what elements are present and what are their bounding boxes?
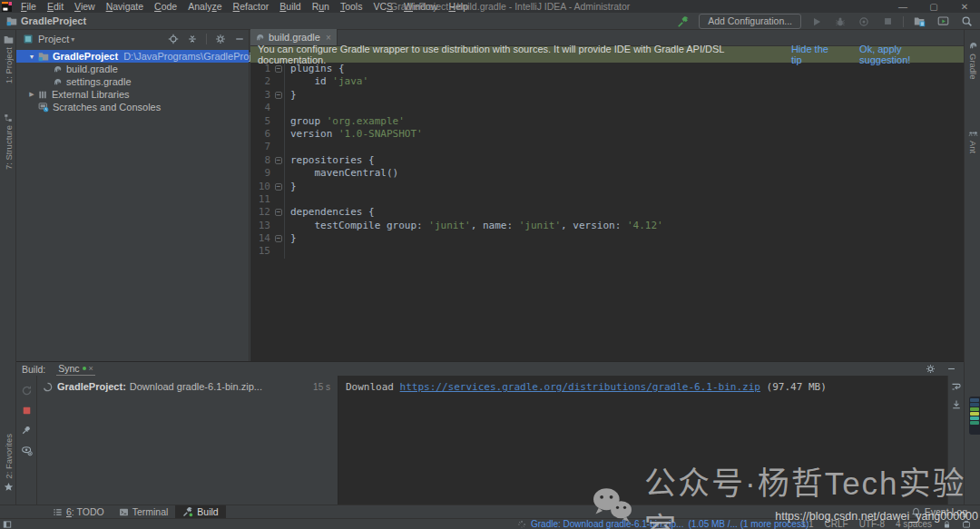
tool-window-toggle-icon[interactable] <box>0 520 12 529</box>
code-line[interactable]: 12−dependencies { <box>250 206 964 219</box>
apply-suggestion-link[interactable]: Ok, apply suggestion! <box>859 44 955 65</box>
menu-file[interactable]: File <box>15 0 42 13</box>
task-duration: 15 s <box>313 382 330 392</box>
fold-marker-icon[interactable]: − <box>274 154 285 167</box>
menu-code[interactable]: Code <box>149 0 182 13</box>
code-line[interactable]: 13 testCompile group: 'junit', name: 'ju… <box>250 220 964 232</box>
run-window-icon[interactable] <box>935 15 951 29</box>
code-line[interactable]: 8−repositories { <box>250 154 964 167</box>
stop-process-icon[interactable] <box>22 406 32 416</box>
breadcrumb[interactable]: GradleProject <box>6 15 86 26</box>
menu-refactor[interactable]: Refactor <box>228 0 275 13</box>
fold-marker-icon[interactable]: − <box>274 206 285 219</box>
gear-icon[interactable] <box>926 364 936 374</box>
build-panel-toolbar <box>16 376 36 505</box>
play-icon[interactable] <box>808 15 825 29</box>
line-ending[interactable]: CRLF <box>825 519 848 529</box>
code-line[interactable]: 3−} <box>250 89 964 102</box>
event-log-button[interactable]: Event Log <box>911 506 980 517</box>
bug-icon[interactable] <box>832 15 848 29</box>
code-line[interactable]: 4 <box>250 102 964 114</box>
code-line[interactable]: 10−} <box>250 181 964 193</box>
lock-icon[interactable] <box>943 520 951 529</box>
maximize-button[interactable]: ▢ <box>918 0 949 13</box>
fold-gutter <box>274 75 285 88</box>
tree-item-external-libraries[interactable]: ▶External Libraries <box>16 88 249 101</box>
encoding[interactable]: UTF-8 <box>859 519 885 529</box>
code-line[interactable]: 9 mavenCentral() <box>250 167 964 180</box>
code-line[interactable]: 2 id 'java' <box>250 75 964 88</box>
menu-edit[interactable]: Edit <box>42 0 69 13</box>
line-number: 2 <box>250 75 274 88</box>
line-number: 12 <box>250 206 274 219</box>
fold-marker-icon[interactable]: − <box>274 63 285 75</box>
scroll-to-end-icon[interactable] <box>951 399 962 410</box>
soft-wrap-icon[interactable] <box>951 381 962 392</box>
code-editor[interactable]: 1−plugins {2 id 'java'3−}45group 'org.ex… <box>250 63 964 259</box>
fold-marker-icon[interactable]: − <box>274 89 285 102</box>
tree-item-scratches-and-consoles[interactable]: Scratches and Consoles <box>16 101 249 113</box>
tree-item-gradleproject[interactable]: ▼GradleProjectD:\JavaPrograms\GradleProj… <box>16 50 249 63</box>
menu-tools[interactable]: Tools <box>335 0 368 13</box>
search-icon[interactable] <box>958 15 975 29</box>
folder-icon <box>4 34 14 44</box>
fold-marker-icon[interactable]: − <box>274 181 285 193</box>
gradle-download-link[interactable]: https://services.gradle.org/distribution… <box>400 381 760 393</box>
project-structure-icon[interactable] <box>911 15 927 29</box>
coverage-icon[interactable] <box>856 15 872 29</box>
code-line[interactable]: 15 <box>250 245 964 258</box>
build-task-row[interactable]: GradleProject: Download gradle-6.1-bin.z… <box>37 379 338 394</box>
close-tab-icon[interactable]: × <box>326 33 331 43</box>
close-sync-tab-icon[interactable]: × <box>89 364 93 373</box>
menu-analyze[interactable]: Analyze <box>182 0 227 13</box>
add-configuration-button[interactable]: Add Configuration... <box>699 14 801 29</box>
code-line[interactable]: 14−} <box>250 232 964 245</box>
fold-gutter <box>274 128 285 141</box>
tree-item-settings-gradle[interactable]: settings.gradle <box>16 75 249 88</box>
fold-gutter <box>274 115 285 128</box>
chevron-down-icon[interactable]: ▾ <box>71 35 74 44</box>
menu-run[interactable]: Run <box>307 0 335 13</box>
status-progress[interactable]: Gradle: Download gradle-6.1-bin.zip... (… <box>517 519 808 529</box>
tool-button-favorites[interactable]: 2: Favorites <box>0 434 16 492</box>
tool-button-build[interactable]: Build <box>175 505 225 519</box>
pin-icon[interactable] <box>21 425 32 436</box>
stop-icon[interactable] <box>879 15 896 29</box>
code-line[interactable]: 5group 'org.example' <box>250 115 964 128</box>
close-button[interactable]: ✕ <box>949 0 980 13</box>
code-text: testCompile group: 'junit', name: 'junit… <box>285 220 663 232</box>
code-line[interactable]: 7 <box>250 141 964 153</box>
code-line[interactable]: 11 <box>250 193 964 206</box>
tool-button-ant[interactable]: Ant <box>965 128 980 153</box>
hide-panel-icon[interactable] <box>946 364 956 374</box>
hide-panel-icon[interactable] <box>234 34 245 44</box>
tool-button-structure[interactable]: 7: Structure <box>0 113 16 170</box>
hide-tip-link[interactable]: Hide the tip <box>791 44 841 65</box>
refresh-icon[interactable] <box>21 385 33 397</box>
indent-setting[interactable]: 4 spaces <box>896 519 932 529</box>
menu-navigate[interactable]: Navigate <box>101 0 149 13</box>
tool-button-6-todo[interactable]: 6: TODO <box>45 505 112 519</box>
status-misc-icon[interactable] <box>962 520 971 529</box>
filter-icon[interactable] <box>21 445 33 456</box>
build-console[interactable]: Download https://services.gradle.org/dis… <box>338 376 947 505</box>
menu-build[interactable]: Build <box>274 0 306 13</box>
menu-view[interactable]: View <box>69 0 101 13</box>
tool-button-terminal[interactable]: Terminal <box>112 505 176 519</box>
tree-item-build-gradle[interactable]: build.gradle <box>16 63 249 75</box>
tool-button-gradle[interactable]: Gradle <box>965 41 980 80</box>
collapse-all-icon[interactable] <box>187 34 198 44</box>
gear-icon[interactable] <box>215 34 226 44</box>
tab-sync[interactable]: Sync × <box>56 363 95 376</box>
main-toolbar: GradleProject Add Configuration... <box>0 13 980 30</box>
minimize-button[interactable]: — <box>887 0 918 13</box>
project-panel-title[interactable]: Project <box>38 34 69 44</box>
code-line[interactable]: 6version '1.0-SNAPSHOT' <box>250 128 964 141</box>
hammer-icon[interactable] <box>675 15 691 29</box>
locate-icon[interactable] <box>168 34 179 44</box>
build-hammer-icon <box>182 506 193 517</box>
fold-marker-icon[interactable]: − <box>274 232 285 245</box>
tree-arrow-icon[interactable]: ▶ <box>25 91 38 98</box>
tree-arrow-icon[interactable]: ▼ <box>25 54 38 60</box>
tool-button-project[interactable]: 1: Project <box>0 34 16 83</box>
